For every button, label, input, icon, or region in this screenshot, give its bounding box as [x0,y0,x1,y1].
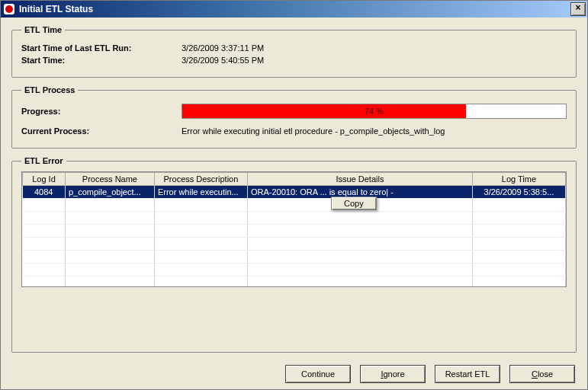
cell-log-id: 4084 [23,186,66,199]
table-row[interactable] [23,264,566,277]
col-header-log-id[interactable]: Log Id [23,173,66,186]
table-header-row[interactable]: Log Id Process Name Process Description … [23,173,566,186]
table-row[interactable] [23,238,566,251]
start-time-value: 3/26/2009 5:40:55 PM [182,56,567,65]
table-row[interactable] [23,212,566,225]
button-bar: Continue Ignore Restart ETL Close [11,360,577,383]
oracle-icon [4,4,14,14]
table-row[interactable]: 4084 p_compile_object... Error while exe… [23,186,566,199]
progress-label: Progress: [21,107,182,116]
current-process-label: Current Process: [21,126,182,136]
ignore-button[interactable]: Ignore [360,365,426,383]
cell-process-description: Error while executin... [154,186,247,199]
initial-etl-status-window: Initial ETL Status × ETL Time Start Time… [0,0,588,390]
table-row[interactable] [23,277,566,288]
etl-process-group: ETL Process Progress: 74 % Current Proce… [11,85,577,149]
cell-log-time: 3/26/2009 5:38:5... [472,186,565,199]
etl-process-legend: ETL Process [21,85,78,94]
progress-text: 74 % [182,104,566,118]
etl-error-group: ETL Error Log Id Process Name Process De… [11,156,577,353]
table-row[interactable] [23,199,566,212]
table-row[interactable] [23,225,566,238]
titlebar: Initial ETL Status × [1,1,587,18]
error-table-area: Log Id Process Name Process Description … [21,171,567,287]
window-title: Initial ETL Status [19,4,570,14]
etl-time-group: ETL Time Start Time of Last ETL Run: 3/2… [11,25,577,78]
content-area: ETL Time Start Time of Last ETL Run: 3/2… [1,18,587,389]
last-run-label: Start Time of Last ETL Run: [21,43,182,53]
close-icon[interactable]: × [570,2,586,16]
col-header-process-name[interactable]: Process Name [65,173,154,186]
cell-process-name: p_compile_object... [65,186,154,199]
col-header-log-time[interactable]: Log Time [472,173,565,186]
etl-error-legend: ETL Error [21,156,66,165]
start-time-label: Start Time: [21,56,182,65]
continue-button[interactable]: Continue [285,365,351,383]
close-button[interactable]: Close [509,365,575,383]
last-run-value: 3/26/2009 3:37:11 PM [182,43,567,53]
context-menu-copy[interactable]: Copy [331,197,377,210]
col-header-process-description[interactable]: Process Description [154,173,247,186]
etl-time-legend: ETL Time [21,25,65,34]
col-header-issue-details[interactable]: Issue Details [247,173,472,186]
table-row[interactable] [23,251,566,264]
error-table[interactable]: Log Id Process Name Process Description … [22,172,566,287]
current-process-value: Error while executing initial etl proced… [182,126,567,136]
progress-bar: 74 % [182,104,567,119]
restart-etl-button[interactable]: Restart ETL [435,365,500,383]
